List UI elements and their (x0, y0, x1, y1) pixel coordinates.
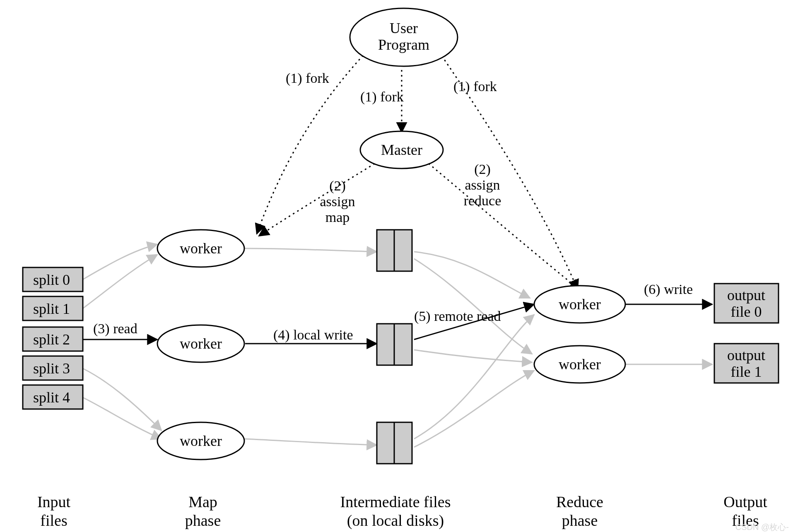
svg-text:split 3: split 3 (33, 360, 70, 377)
svg-text:split 2: split 2 (33, 331, 70, 348)
svg-text:Program: Program (378, 36, 429, 53)
svg-text:Map: Map (188, 493, 217, 510)
label-assign-map: (2) assign map (320, 178, 355, 225)
map-workers: worker worker worker (157, 230, 244, 460)
intermediate-file-2 (377, 422, 412, 464)
intermediate-file-0 (377, 230, 412, 271)
svg-text:(2): (2) (474, 161, 491, 177)
label-write: (6) write (644, 282, 693, 297)
svg-text:file 0: file 0 (731, 303, 762, 320)
svg-text:worker: worker (180, 433, 222, 449)
svg-text:worker: worker (180, 335, 222, 352)
input-splits: split 0 split 1 split 2 split 3 split 4 (23, 267, 83, 409)
caption-intermediate: Intermediate files (on local disks) (340, 493, 451, 530)
svg-text:Master: Master (381, 142, 422, 158)
mapreduce-diagram: (3) read (4) local write (5) remote read… (0, 0, 793, 532)
caption-input: Input files (37, 493, 71, 529)
label-assign-reduce: (2) assign reduce (464, 161, 501, 208)
user-program-node: User Program (350, 8, 458, 66)
svg-text:reduce: reduce (464, 193, 501, 208)
svg-text:assign: assign (465, 177, 500, 193)
svg-text:(on local disks): (on local disks) (347, 512, 444, 530)
label-fork-mid: (1) fork (360, 89, 404, 105)
reduce-worker-0: worker (534, 286, 625, 323)
edges-assign (259, 164, 580, 290)
svg-text:Input: Input (37, 493, 71, 510)
label-read: (3) read (93, 321, 137, 337)
label-local-write: (4) local write (273, 327, 353, 343)
edges-workers-to-intermediate (242, 248, 377, 445)
svg-text:split 4: split 4 (33, 389, 70, 406)
svg-text:output: output (727, 347, 765, 363)
label-remote-read: (5) remote read (414, 308, 501, 324)
svg-text:assign: assign (320, 194, 355, 209)
edges-fork (257, 52, 578, 290)
svg-text:file 1: file 1 (731, 363, 762, 380)
svg-text:output: output (727, 287, 765, 303)
reduce-workers: worker worker (534, 286, 625, 383)
split-2-box: split 2 (23, 327, 83, 351)
reduce-worker-1: worker (534, 346, 625, 383)
split-1-box: split 1 (23, 296, 83, 320)
label-fork-left: (1) fork (286, 70, 329, 86)
caption-map: Map phase (185, 493, 221, 529)
svg-text:phase: phase (562, 512, 598, 529)
map-worker-0: worker (157, 230, 244, 267)
svg-text:Output: Output (723, 493, 767, 510)
svg-text:Intermediate files: Intermediate files (340, 493, 451, 510)
svg-text:split 0: split 0 (33, 272, 70, 288)
output-file-1: output file 1 (714, 344, 779, 383)
split-0-box: split 0 (23, 267, 83, 291)
label-fork-right: (1) fork (453, 79, 497, 94)
svg-text:worker: worker (559, 296, 601, 313)
split-3-box: split 3 (23, 356, 83, 380)
master-node: Master (360, 131, 443, 169)
edges-splits-to-workers (83, 244, 161, 439)
svg-text:Reduce: Reduce (556, 493, 603, 510)
edges-intermediate-to-reduce (414, 252, 534, 447)
output-files: output file 0 output file 1 (714, 284, 779, 383)
caption-reduce: Reduce phase (556, 493, 603, 529)
svg-text:split 1: split 1 (33, 301, 70, 317)
intermediate-file-1 (377, 324, 412, 365)
svg-text:map: map (325, 209, 350, 225)
map-worker-2: worker (157, 422, 244, 460)
svg-text:worker: worker (180, 240, 222, 257)
svg-text:phase: phase (185, 512, 221, 529)
svg-text:(2): (2) (329, 178, 346, 194)
svg-text:files: files (40, 512, 67, 529)
map-worker-1: worker (157, 325, 244, 362)
output-file-0: output file 0 (714, 284, 779, 323)
svg-text:User: User (390, 20, 418, 36)
intermediate-files (377, 230, 412, 464)
watermark: CSDN @枚心- (735, 522, 789, 532)
split-4-box: split 4 (23, 385, 83, 409)
svg-text:worker: worker (559, 356, 601, 373)
